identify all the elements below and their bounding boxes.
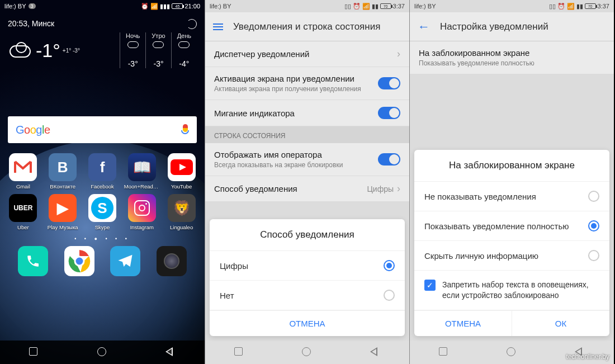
option-none[interactable]: Нет <box>210 281 405 310</box>
dock-phone[interactable] <box>18 246 48 276</box>
lockscreen-sheet: На заблокированном экране Не показывать … <box>414 150 609 336</box>
method-sheet: Способ уведомления Цифры Нет ОТМЕНА <box>210 219 405 336</box>
option-hide[interactable]: Не показывать уведомления <box>414 182 609 211</box>
watermark: tech.onliner.by <box>566 353 609 361</box>
radio-off-icon <box>384 290 395 301</box>
temperature: -1° <box>36 40 60 62</box>
checkbox-on-icon: ✓ <box>424 280 436 291</box>
sheet-title: Способ уведомления <box>210 219 405 251</box>
cancel-button[interactable]: ОТМЕНА <box>414 310 512 336</box>
wifi-icon: 📶 <box>150 3 158 10</box>
option-block-input[interactable]: ✓ Запретить набор текста в оповещениях, … <box>414 271 609 310</box>
ok-button[interactable]: ОК <box>512 310 609 336</box>
app-facebook[interactable]: fFacebook <box>83 153 122 190</box>
nav-bar <box>0 341 205 364</box>
signal-icon: ▮▮▮ <box>160 3 170 10</box>
settings-notifications: life:) BY ▯▯ ⏰ 📶 ▮▮ 70 3:37 Уведомления … <box>205 0 409 364</box>
battery-icon: 45 <box>172 3 183 9</box>
radio-on-icon <box>588 220 599 231</box>
city-label: Минск <box>32 19 54 28</box>
app-instagram[interactable]: Instagram <box>122 194 162 230</box>
cancel-button[interactable]: ОТМЕНА <box>210 310 405 336</box>
nav-recent[interactable] <box>29 347 39 357</box>
radio-off-icon <box>588 191 599 202</box>
svg-point-6 <box>75 257 84 266</box>
mic-icon[interactable] <box>181 124 189 135</box>
app-playmusic[interactable]: ▶Play Музыка <box>43 194 83 230</box>
app-uber[interactable]: UBERUber <box>3 194 43 230</box>
page-indicator[interactable]: • • ● • • • <box>0 236 205 242</box>
dock-camera[interactable] <box>157 246 187 276</box>
app-grid: Gmail BВКонтакте fFacebook 📖Moon+Reader … <box>3 153 201 230</box>
app-youtube[interactable]: YouTube <box>162 153 201 190</box>
sheet-title: На заблокированном экране <box>414 150 609 182</box>
option-hide-private[interactable]: Скрыть личную информацию <box>414 241 609 271</box>
dock-chrome[interactable] <box>64 246 94 276</box>
app-moonreader[interactable]: 📖Moon+Reader Pro <box>122 153 162 190</box>
app-skype[interactable]: SSkype <box>83 194 122 230</box>
status-bar: life:) BY 3 ⏰ 📶 ▮▮▮ 45 21:00 <box>0 0 205 12</box>
app-vk[interactable]: BВКонтакте <box>43 153 83 190</box>
settings-lockscreen: life:) BY ▯▯ ⏰ 📶 ▮▮ 70 3:37 ← Настройка … <box>409 0 614 364</box>
weather-widget[interactable]: 20:53, Минск -1° +1° -3° Ночь-3° Утро-3°… <box>0 12 205 72</box>
svg-rect-0 <box>14 162 16 173</box>
alarm-icon: ⏰ <box>141 3 149 10</box>
radio-on-icon <box>384 260 395 271</box>
option-show-full[interactable]: Показывать уведомление полностью <box>414 211 609 241</box>
dock <box>0 246 205 276</box>
app-gmail[interactable]: Gmail <box>3 153 43 190</box>
app-lingualeo[interactable]: 🦁Lingualeo <box>162 194 201 230</box>
nav-home[interactable] <box>97 347 107 357</box>
notif-badge: 3 <box>29 3 36 9</box>
dock-telegram[interactable] <box>110 246 140 276</box>
clock-time: 20:53 <box>8 19 27 28</box>
status-time: 21:00 <box>184 3 200 10</box>
cloud-icon <box>8 42 32 59</box>
forecast: Ночь-3° Утро-3° День-4° <box>120 32 197 68</box>
google-search[interactable]: Google <box>8 116 197 143</box>
refresh-icon[interactable] <box>187 19 197 29</box>
radio-off-icon <box>588 250 599 261</box>
temp-range: +1° -3° <box>63 48 80 54</box>
carrier-label: life:) BY <box>4 3 26 10</box>
home-screen: life:) BY 3 ⏰ 📶 ▮▮▮ 45 21:00 20:53, Минс… <box>0 0 205 364</box>
nav-back[interactable] <box>165 347 176 357</box>
svg-rect-1 <box>30 162 32 173</box>
google-logo: Google <box>16 124 50 136</box>
option-digits[interactable]: Цифры <box>210 251 405 281</box>
